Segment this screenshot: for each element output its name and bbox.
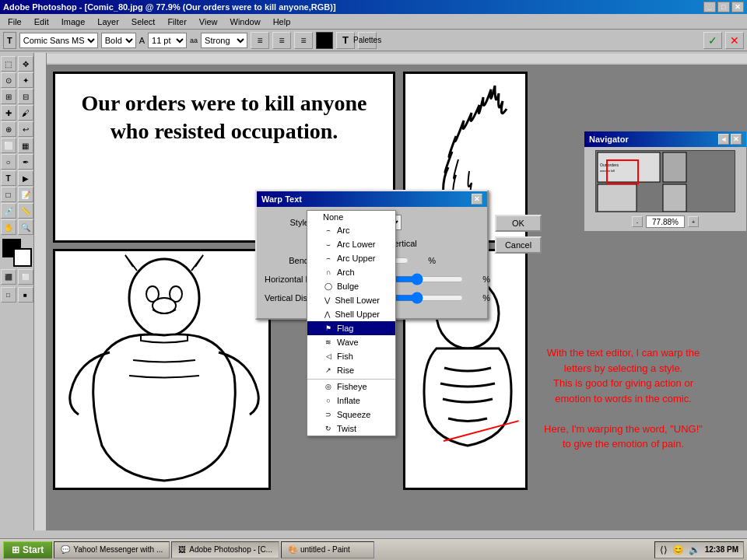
warp-text-button[interactable]: T: [336, 32, 355, 49]
quickmask-mode-button[interactable]: ⬜: [18, 269, 33, 285]
slice-tool[interactable]: ⊟: [18, 89, 33, 104]
crop-tool[interactable]: ⊞: [1, 89, 16, 104]
move-tool[interactable]: ✥: [18, 56, 33, 72]
arc-lower-icon: ⌣: [323, 239, 334, 250]
eyedropper-tool[interactable]: 💉: [1, 203, 16, 219]
menu-file[interactable]: File: [3, 16, 26, 28]
yahoo-icon: 💬: [61, 545, 70, 554]
gradient-tool[interactable]: ▦: [18, 138, 33, 153]
menu-window[interactable]: Window: [226, 16, 265, 28]
start-button[interactable]: ⊞ Start: [3, 541, 52, 558]
dropdown-item-arc-lower[interactable]: ⌣ Arc Lower: [307, 237, 395, 251]
warp-dialog-close-button[interactable]: ✕: [472, 194, 482, 205]
svg-rect-15: [598, 184, 637, 212]
confirm-button[interactable]: ✓: [703, 32, 722, 49]
warp-bend-label: Bend:: [265, 256, 311, 265]
taskbar-system-tray: ⟨⟩ 😊 🔊 12:38 PM: [654, 541, 744, 558]
taskbar-paint[interactable]: 🎨 untitled - Paint: [281, 541, 374, 558]
zoom-input[interactable]: [646, 215, 685, 228]
title-text: Adobe Photoshop - [Comic_80.jpg @ 77.9% …: [3, 2, 336, 12]
antialias-select[interactable]: Strong: [201, 33, 247, 48]
taskbar-yahoo-messenger[interactable]: 💬 Yahoo! Messenger with ...: [54, 541, 170, 558]
inflate-icon: ○: [323, 395, 334, 406]
history-brush-tool[interactable]: ↩: [18, 121, 33, 137]
character-palette-button[interactable]: Palettes: [358, 32, 377, 49]
rise-icon: ↗: [323, 365, 334, 376]
antialias-label: aa: [190, 37, 198, 44]
cancel-text-button[interactable]: ✕: [725, 32, 744, 49]
menu-edit[interactable]: Edit: [30, 16, 54, 28]
dropdown-item-shell-upper[interactable]: ⋀ Shell Upper: [307, 307, 395, 321]
magic-wand-tool[interactable]: ✦: [18, 72, 33, 88]
dropdown-item-inflate[interactable]: ○ Inflate: [307, 394, 395, 408]
zoom-in-button[interactable]: +: [688, 216, 699, 227]
navigator-panel: Navigator ◄ ✕ Our orders were to kill: [584, 131, 747, 232]
zoom-out-button[interactable]: -: [632, 216, 643, 227]
dodge-tool[interactable]: ○: [1, 154, 16, 170]
font-style-select[interactable]: Bold: [101, 33, 136, 48]
menu-filter[interactable]: Filter: [163, 16, 191, 28]
annotation-line4: emotion to words in the comic.: [510, 391, 736, 407]
annotation-line1: With the text editor, I can warp the: [510, 345, 736, 361]
full-screen-button[interactable]: ■: [18, 287, 33, 303]
photoshop-icon: 🖼: [178, 545, 186, 554]
warp-dialog-buttons: OK Cancel: [495, 215, 542, 310]
panel-text: Our orders were to kill anyone who resis…: [55, 74, 393, 162]
standard-screen-button[interactable]: □: [1, 287, 16, 303]
font-family-select[interactable]: Comic Sans MS: [19, 33, 98, 48]
maximize-button[interactable]: □: [717, 2, 730, 12]
align-left-button[interactable]: ≡: [251, 32, 269, 49]
background-color[interactable]: [13, 248, 32, 267]
healing-brush-tool[interactable]: ✚: [1, 105, 16, 121]
dropdown-item-arch[interactable]: ∩ Arch: [307, 265, 395, 279]
horizontal-ruler: for(let i=0;i<9;i++){ document.currentSc…: [47, 53, 747, 65]
twist-icon: ↻: [323, 423, 334, 434]
minimize-button[interactable]: _: [703, 2, 716, 12]
font-size-select[interactable]: 11 pt: [148, 33, 187, 48]
rectangle-shape-tool[interactable]: □: [1, 187, 16, 202]
eraser-tool[interactable]: ⬜: [1, 138, 16, 153]
standard-mode-button[interactable]: ⬛: [1, 269, 16, 285]
rectangular-marquee-tool[interactable]: ⬚: [1, 56, 16, 72]
navigator-menu-button[interactable]: ◄: [718, 134, 729, 145]
dropdown-item-fish[interactable]: ◁ Fish: [307, 349, 395, 363]
brush-tool[interactable]: 🖌: [18, 105, 33, 121]
dropdown-item-twist[interactable]: ↻ Twist: [307, 422, 395, 436]
warp-cancel-button[interactable]: Cancel: [495, 236, 542, 254]
notes-tool[interactable]: 📝: [18, 187, 33, 202]
menu-image[interactable]: Image: [57, 16, 90, 28]
shell-upper-icon: ⋀: [323, 309, 332, 320]
align-right-button[interactable]: ≡: [294, 32, 313, 49]
hand-tool[interactable]: ✋: [1, 219, 16, 235]
dropdown-item-bulge[interactable]: ◯ Bulge: [307, 279, 395, 293]
dropdown-item-squeeze[interactable]: ⊃ Squeeze: [307, 408, 395, 422]
lasso-tool[interactable]: ⊙: [1, 72, 16, 88]
type-tool[interactable]: T: [1, 170, 16, 186]
navigator-body: Our orders were to kill - +: [584, 147, 746, 231]
close-button[interactable]: ✕: [731, 2, 744, 12]
warp-ok-button[interactable]: OK: [495, 215, 542, 232]
zoom-tool[interactable]: 🔍: [18, 219, 33, 235]
menu-layer[interactable]: Layer: [93, 16, 124, 28]
dropdown-item-arc-upper[interactable]: ⌢ Arc Upper: [307, 251, 395, 265]
dropdown-item-flag[interactable]: ⚑ Flag: [307, 321, 395, 335]
text-color-box[interactable]: [316, 32, 333, 49]
path-selection-tool[interactable]: ▶: [18, 170, 33, 186]
dropdown-item-arc[interactable]: ⌢ Arc: [307, 223, 395, 237]
align-center-button[interactable]: ≡: [272, 32, 291, 49]
stamp-tool[interactable]: ⊕: [1, 121, 16, 137]
warp-vdist-value: %: [467, 293, 490, 303]
menu-view[interactable]: View: [195, 16, 223, 28]
navigator-close-button[interactable]: ✕: [731, 134, 742, 145]
taskbar-photoshop[interactable]: 🖼 Adobe Photoshop - [C...: [171, 541, 279, 558]
measure-tool[interactable]: 📏: [18, 203, 33, 219]
dropdown-item-shell-lower[interactable]: ⋁ Shell Lower: [307, 293, 395, 307]
menu-help[interactable]: Help: [268, 16, 296, 28]
dropdown-item-rise[interactable]: ↗ Rise: [307, 363, 395, 377]
dropdown-item-none[interactable]: None: [307, 211, 395, 223]
dropdown-item-fisheye[interactable]: ◎ Fisheye: [307, 379, 395, 394]
dropdown-item-wave[interactable]: ≋ Wave: [307, 335, 395, 349]
vertical-ruler: [34, 53, 47, 530]
menu-select[interactable]: Select: [127, 16, 160, 28]
pen-tool[interactable]: ✒: [18, 154, 33, 170]
